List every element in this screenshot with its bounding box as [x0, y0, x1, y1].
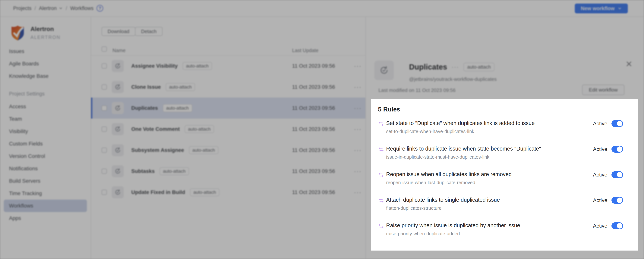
sidebar-item[interactable]: Notifications — [0, 162, 91, 175]
detail-title-row: Duplicates ··· auto-attach — [409, 62, 494, 72]
row-checkbox[interactable] — [102, 105, 107, 111]
sidebar: Alertron ALERTRON Issues Agile Boards Kn… — [0, 17, 91, 259]
toggle-knob — [617, 223, 622, 229]
workflow-package-name: @jetbrains/youtrack-workflow-duplicates — [409, 76, 497, 82]
sidebar-item[interactable]: Build Servers — [0, 175, 91, 187]
sidebar-item[interactable]: Team — [0, 113, 91, 125]
sidebar-nav: Issues Agile Boards Knowledge Base Proje… — [0, 45, 91, 225]
row-checkbox[interactable] — [102, 126, 107, 132]
row-title-group: Update Fixed in Build auto-attach — [131, 182, 219, 203]
toggle-knob — [617, 172, 622, 177]
row-menu-button[interactable]: ··· — [354, 161, 362, 182]
row-title-group: Assignee Visibility auto-attach — [131, 55, 212, 76]
rule-active-toggle[interactable] — [612, 120, 623, 127]
rule-item[interactable]: Attach duplicate links to single duplica… — [371, 195, 638, 221]
rules-panel: 5 Rules Set state to "Duplicate" when du… — [371, 99, 638, 251]
table-row[interactable]: Clone Issue auto-attach 11 Oct 2023 09:5… — [91, 76, 366, 98]
table-row[interactable]: Assignee Visibility auto-attach 11 Oct 2… — [91, 55, 366, 76]
rule-status-group: Active — [593, 120, 623, 127]
rule-item[interactable]: Raise priority when issue is duplicated … — [371, 221, 638, 246]
detail-title: Duplicates — [409, 63, 447, 71]
row-checkbox[interactable] — [102, 190, 107, 195]
help-icon[interactable]: ? — [96, 5, 103, 12]
table-row[interactable]: Subsystem Assignee auto-attach 11 Oct 20… — [91, 140, 366, 161]
table-row[interactable]: One Vote Comment auto-attach 11 Oct 2023… — [91, 119, 366, 140]
rule-title: Attach duplicate links to single duplica… — [386, 195, 623, 204]
breadcrumb-project[interactable]: Alertron — [39, 5, 63, 11]
row-menu-button[interactable]: ··· — [354, 119, 362, 140]
sidebar-item[interactable]: Visibility — [0, 125, 91, 138]
rule-item[interactable]: Reopen issue when all duplicates links a… — [371, 169, 638, 195]
breadcrumb-separator: / — [66, 5, 67, 11]
table-row[interactable]: Duplicates auto-attach 11 Oct 2023 09:56… — [91, 98, 366, 119]
rule-item[interactable]: Set state to "Duplicate" when duplicates… — [371, 118, 638, 144]
chevron-down-icon — [59, 6, 63, 10]
project-subtitle: ALERTRON — [30, 34, 60, 40]
sidebar-item[interactable]: Custom Fields — [0, 138, 91, 150]
workflow-name: Subtasks — [131, 168, 155, 174]
toggle-knob — [617, 198, 622, 203]
rule-active-toggle[interactable] — [612, 171, 623, 178]
workflow-icon — [112, 60, 124, 72]
workflow-icon — [374, 60, 394, 80]
edit-workflow-button[interactable]: Edit workflow — [582, 85, 624, 95]
sidebar-item[interactable]: Agile Boards — [0, 57, 91, 70]
sidebar-item[interactable]: Knowledge Base — [0, 70, 91, 82]
detail-menu-button[interactable]: ··· — [452, 64, 459, 70]
rule-status-group: Active — [593, 222, 623, 229]
toggle-knob — [617, 146, 622, 152]
row-menu-button[interactable]: ··· — [354, 98, 362, 119]
download-button[interactable]: Download — [102, 27, 136, 36]
project-logo-icon — [9, 24, 26, 41]
close-icon[interactable] — [626, 60, 632, 67]
workflow-icon — [112, 123, 124, 135]
rule-item[interactable]: Require links to duplicate issue when st… — [371, 144, 638, 169]
workflow-icon — [112, 81, 124, 93]
swap-arrows-icon — [378, 121, 384, 127]
row-checkbox[interactable] — [102, 169, 107, 174]
row-checkbox[interactable] — [102, 63, 107, 69]
rules-heading: 5 Rules — [378, 106, 400, 113]
rule-id: flatten-duplicates-structure — [386, 206, 623, 211]
table-row[interactable]: Subtasks auto-attach 11 Oct 2023 09:56 ·… — [91, 161, 366, 182]
last-update-value: 11 Oct 2023 09:56 — [292, 140, 335, 161]
row-menu-button[interactable]: ··· — [354, 76, 362, 98]
rule-title: Set state to "Duplicate" when duplicates… — [386, 118, 623, 127]
sidebar-item[interactable]: Version Control — [0, 150, 91, 162]
rule-status-label: Active — [593, 172, 607, 178]
rule-active-toggle[interactable] — [612, 146, 623, 153]
toggle-knob — [617, 121, 622, 126]
row-title-group: Subsystem Assignee auto-attach — [131, 140, 218, 161]
top-bar: Projects / Alertron / Workflows ? New wo… — [0, 0, 644, 17]
breadcrumb-project-label: Alertron — [39, 5, 57, 11]
sidebar-item[interactable]: Issues — [0, 45, 91, 57]
workflow-name: Clone Issue — [131, 84, 161, 90]
column-header-name[interactable]: Name — [112, 47, 126, 53]
row-checkbox[interactable] — [102, 148, 107, 153]
row-menu-button[interactable]: ··· — [354, 140, 362, 161]
breadcrumb-projects[interactable]: Projects — [13, 5, 32, 11]
rule-id: issue-in-duplicate-state-must-have-dupli… — [386, 154, 623, 160]
column-header-last-update[interactable]: Last Update — [292, 47, 318, 53]
row-menu-button[interactable]: ··· — [354, 55, 362, 76]
row-title-group: One Vote Comment auto-attach — [131, 119, 214, 140]
new-workflow-button[interactable]: New workflow — [575, 3, 628, 13]
rule-active-toggle[interactable] — [612, 197, 623, 204]
sidebar-item[interactable]: Access — [0, 100, 91, 113]
rule-active-toggle[interactable] — [612, 222, 623, 229]
detach-button[interactable]: Detach — [135, 27, 162, 36]
swap-arrows-icon — [378, 172, 384, 178]
breadcrumb-page[interactable]: Workflows — [70, 5, 94, 11]
sidebar-item[interactable]: Workflows — [4, 200, 87, 212]
last-update-value: 11 Oct 2023 09:56 — [292, 76, 335, 98]
select-all-checkbox[interactable] — [102, 46, 107, 52]
last-update-value: 11 Oct 2023 09:56 — [292, 98, 335, 119]
sidebar-item[interactable]: Time Tracking — [0, 187, 91, 200]
rule-status-label: Active — [593, 223, 607, 229]
rule-status-label: Active — [593, 121, 607, 127]
row-menu-button[interactable]: ··· — [354, 182, 362, 203]
row-checkbox[interactable] — [102, 84, 107, 90]
auto-attach-badge: auto-attach — [166, 83, 195, 91]
table-row[interactable]: Update Fixed in Build auto-attach 11 Oct… — [91, 182, 366, 203]
sidebar-item[interactable]: Apps — [0, 212, 91, 225]
